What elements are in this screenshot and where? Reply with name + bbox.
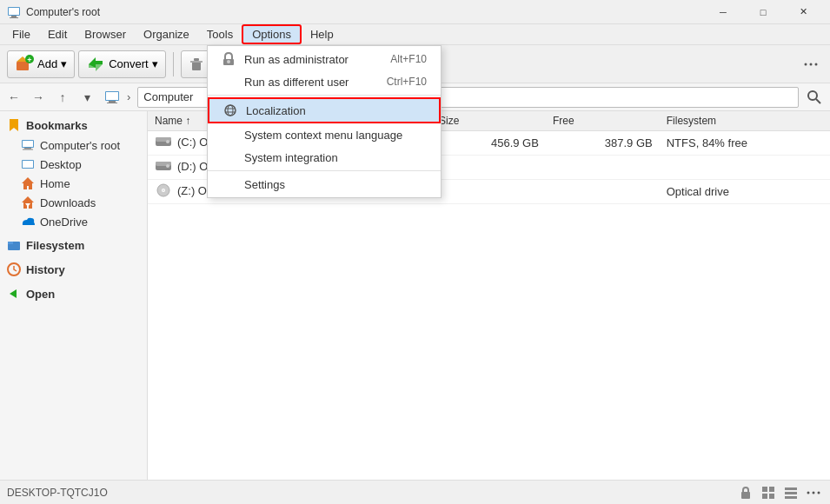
history-header[interactable]: History bbox=[0, 259, 147, 280]
sidebar-item-home[interactable]: Home bbox=[0, 174, 147, 193]
open-header[interactable]: Open bbox=[0, 283, 147, 304]
status-icons bbox=[736, 483, 823, 502]
convert-label: Convert bbox=[109, 57, 149, 70]
menu-help[interactable]: Help bbox=[302, 26, 342, 43]
search-icon bbox=[807, 90, 822, 105]
bookmarks-header[interactable]: Bookmarks bbox=[0, 115, 147, 136]
maximize-button[interactable]: □ bbox=[743, 0, 783, 24]
more-icon bbox=[804, 57, 818, 71]
col-header-size[interactable]: Size bbox=[432, 111, 546, 131]
system-integration-icon bbox=[222, 150, 236, 164]
bookmarks-icon bbox=[7, 118, 21, 132]
home-icon bbox=[21, 176, 35, 190]
downloads-icon bbox=[21, 196, 35, 209]
drive-c-free: 387.9 GB bbox=[546, 131, 660, 156]
menu-system-context[interactable]: System context menu language bbox=[208, 123, 441, 146]
hdd-icon-d bbox=[155, 159, 172, 173]
svg-rect-24 bbox=[23, 141, 33, 147]
drive-c-size: 456.9 GB bbox=[432, 131, 546, 156]
back-button[interactable]: ← bbox=[3, 87, 24, 108]
path-dropdown-button[interactable]: ▾ bbox=[76, 87, 97, 108]
up-button[interactable]: ↑ bbox=[52, 87, 73, 108]
sidebar-item-computers-root[interactable]: Computer's root bbox=[0, 136, 147, 155]
title-bar: Computer's root ─ □ ✕ bbox=[0, 0, 830, 24]
desktop-label: Desktop bbox=[40, 158, 82, 171]
secure-delete-icon bbox=[189, 56, 204, 72]
menu-tools[interactable]: Tools bbox=[198, 26, 242, 43]
grid4-icon-btn[interactable] bbox=[759, 483, 778, 502]
filesystem-section: Filesystem bbox=[0, 235, 147, 255]
system-context-label: System context menu language bbox=[244, 129, 402, 142]
svg-line-21 bbox=[816, 99, 820, 103]
drive-d-free bbox=[546, 156, 660, 180]
svg-rect-10 bbox=[192, 62, 201, 70]
settings-label: Settings bbox=[244, 178, 285, 191]
status-text: DESKTOP-TQTCJ1O bbox=[7, 487, 736, 499]
forward-button[interactable]: → bbox=[28, 87, 49, 108]
more-icon-btn[interactable] bbox=[804, 483, 823, 502]
drive-d-size bbox=[432, 156, 546, 180]
svg-point-14 bbox=[810, 63, 813, 65]
history-icon bbox=[7, 262, 21, 276]
svg-rect-17 bbox=[106, 92, 118, 100]
onedrive-icon bbox=[21, 215, 35, 229]
sidebar-item-downloads[interactable]: Downloads bbox=[0, 193, 147, 212]
run-admin-label: Run as administrator bbox=[244, 53, 349, 66]
menu-settings[interactable]: Settings bbox=[208, 173, 441, 196]
add-icon: + bbox=[15, 55, 34, 74]
menu-edit[interactable]: Edit bbox=[39, 26, 76, 43]
filesystem-label: Filesystem bbox=[26, 239, 84, 252]
menu-localization[interactable]: Localization bbox=[208, 97, 441, 123]
svg-rect-53 bbox=[769, 487, 774, 492]
options-dropdown-menu: Run as administrator Alt+F10 Run as diff… bbox=[207, 45, 442, 198]
sidebar-item-desktop[interactable]: Desktop bbox=[0, 155, 147, 174]
svg-rect-3 bbox=[9, 8, 19, 15]
svg-point-13 bbox=[805, 63, 807, 65]
menu-organize[interactable]: Organize bbox=[135, 26, 198, 43]
svg-point-44 bbox=[163, 189, 164, 191]
convert-button[interactable]: Convert ▾ bbox=[78, 50, 166, 78]
menu-options[interactable]: Options bbox=[242, 24, 302, 44]
history-section: History bbox=[0, 259, 147, 280]
open-label: Open bbox=[26, 288, 55, 301]
svg-marker-22 bbox=[10, 119, 18, 131]
desktop-icon bbox=[21, 157, 35, 171]
svg-rect-25 bbox=[24, 148, 31, 149]
list-icon bbox=[784, 486, 798, 500]
minimize-button[interactable]: ─ bbox=[703, 0, 743, 24]
close-button[interactable]: ✕ bbox=[783, 0, 823, 24]
svg-point-59 bbox=[807, 491, 810, 494]
hdd-icon-c bbox=[155, 135, 172, 149]
run-admin-shortcut: Alt+F10 bbox=[390, 53, 427, 65]
drive-z-free bbox=[546, 180, 660, 204]
drive-c-fs: NTFS, 84% free bbox=[660, 131, 830, 156]
optical-icon bbox=[155, 183, 172, 197]
col-header-filesystem[interactable]: Filesystem bbox=[660, 111, 830, 131]
filesystem-header[interactable]: Filesystem bbox=[0, 235, 147, 255]
svg-rect-51 bbox=[741, 492, 750, 499]
window-title: Computer's root bbox=[26, 6, 703, 18]
lock-icon-btn[interactable] bbox=[736, 483, 755, 502]
divider-1 bbox=[208, 95, 441, 96]
drive-z-size bbox=[432, 180, 546, 204]
menu-run-different[interactable]: Run as different user Ctrl+F10 bbox=[208, 70, 441, 93]
menu-file[interactable]: File bbox=[3, 26, 39, 43]
svg-rect-58 bbox=[785, 496, 797, 499]
list-icon-btn[interactable] bbox=[781, 483, 800, 502]
add-button[interactable]: + Add ▾ bbox=[7, 50, 75, 78]
col-header-free[interactable]: Free bbox=[546, 111, 660, 131]
svg-point-41 bbox=[166, 164, 169, 168]
toolbar-more-button[interactable] bbox=[799, 50, 823, 78]
search-button[interactable] bbox=[802, 87, 827, 108]
sidebar: Bookmarks Computer's root Desktop bbox=[0, 111, 148, 480]
sidebar-item-onedrive[interactable]: OneDrive bbox=[0, 212, 147, 231]
svg-point-38 bbox=[166, 140, 169, 143]
path-separator: › bbox=[127, 90, 130, 103]
bookmarks-section: Bookmarks Computer's root Desktop bbox=[0, 115, 147, 231]
menu-browser[interactable]: Browser bbox=[76, 26, 135, 43]
menu-run-admin[interactable]: Run as administrator Alt+F10 bbox=[208, 48, 441, 70]
bookmarks-label: Bookmarks bbox=[26, 119, 88, 132]
convert-icon bbox=[86, 55, 105, 74]
menu-system-integration[interactable]: System integration bbox=[208, 146, 441, 169]
svg-marker-29 bbox=[22, 177, 34, 189]
